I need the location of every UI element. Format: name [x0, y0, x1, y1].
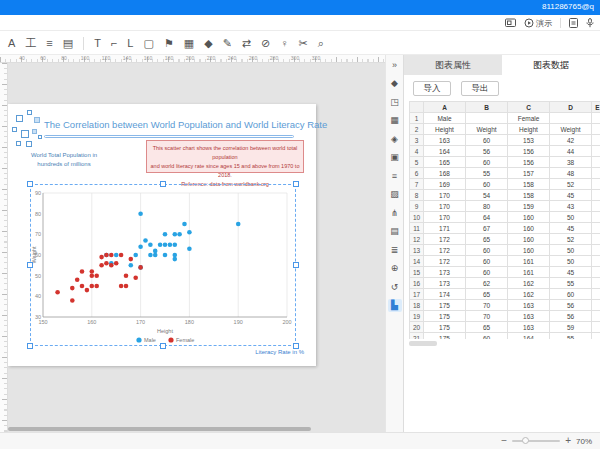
org-structure-icon[interactable]: ⋔: [388, 206, 402, 219]
cell[interactable]: 172: [424, 245, 466, 256]
format-painter-icon[interactable]: ♀: [280, 38, 288, 49]
cell[interactable]: [592, 278, 600, 289]
row-number[interactable]: 14: [410, 256, 424, 267]
scatter-chart-selection[interactable]: 15016017018019020030405060708090HeightWe…: [30, 184, 296, 346]
cell[interactable]: 153: [508, 135, 550, 146]
cell[interactable]: 56: [550, 311, 592, 322]
cell[interactable]: 169: [424, 179, 466, 190]
column-header[interactable]: A: [424, 102, 466, 113]
cell[interactable]: 55: [550, 278, 592, 289]
zoom-slider-thumb[interactable]: [522, 437, 529, 444]
cell[interactable]: 158: [508, 179, 550, 190]
cell[interactable]: [592, 223, 600, 234]
fill-style-icon[interactable]: ◆: [388, 77, 402, 90]
cell[interactable]: 173: [424, 267, 466, 278]
row-number[interactable]: 4: [410, 146, 424, 157]
cell[interactable]: 173: [424, 278, 466, 289]
cell[interactable]: 163: [508, 300, 550, 311]
cell[interactable]: 160: [508, 212, 550, 223]
cell[interactable]: Male: [424, 113, 466, 124]
symbol-library-icon[interactable]: ▦: [388, 114, 402, 127]
cell[interactable]: [592, 201, 600, 212]
canvas[interactable]: The Correlation between World Population…: [8, 63, 385, 432]
cell[interactable]: [592, 300, 600, 311]
cell[interactable]: 52: [550, 234, 592, 245]
chart-icon[interactable]: ▙: [388, 299, 402, 312]
text-box-icon[interactable]: T: [94, 38, 101, 49]
row-number[interactable]: 20: [410, 322, 424, 333]
cell[interactable]: 65: [466, 322, 508, 333]
square-shape[interactable]: [32, 129, 37, 134]
shape-icon[interactable]: ▢: [143, 38, 153, 49]
row-number[interactable]: 2: [410, 124, 424, 135]
cell[interactable]: 60: [466, 245, 508, 256]
cell[interactable]: [592, 168, 600, 179]
cell[interactable]: 55: [550, 333, 592, 340]
chart-title-shape[interactable]: The Correlation between World Population…: [44, 119, 306, 130]
cell[interactable]: 170: [424, 190, 466, 201]
cell[interactable]: Weight: [466, 124, 508, 135]
text-orientation-icon[interactable]: 工: [25, 38, 36, 49]
preview-window-icon[interactable]: [505, 18, 516, 28]
erase-icon[interactable]: ⊘: [261, 38, 270, 49]
cell[interactable]: 42: [550, 135, 592, 146]
scatter-chart[interactable]: 15016017018019020030405060708090HeightWe…: [31, 185, 295, 345]
row-number[interactable]: 6: [410, 168, 424, 179]
zoom-slider[interactable]: [512, 440, 560, 442]
resize-handle-mr[interactable]: [293, 262, 299, 268]
square-shape[interactable]: [34, 117, 40, 123]
annotation-box[interactable]: This scatter chart shows the correlation…: [146, 140, 304, 173]
table-horizontal-scrollbar[interactable]: [409, 341, 437, 346]
cell[interactable]: [466, 113, 508, 124]
snapshot-icon[interactable]: [569, 18, 578, 28]
cell[interactable]: 60: [550, 289, 592, 300]
pen-icon[interactable]: ✎: [223, 38, 232, 49]
cell[interactable]: 175: [424, 333, 466, 340]
cell[interactable]: 162: [508, 278, 550, 289]
cell[interactable]: 52: [550, 179, 592, 190]
line-style-icon[interactable]: ⇄: [242, 38, 251, 49]
picture-icon[interactable]: ▤: [63, 38, 73, 49]
square-shape[interactable]: [16, 141, 21, 146]
history-icon[interactable]: ↺: [388, 280, 402, 293]
cell[interactable]: [592, 179, 600, 190]
row-number[interactable]: 12: [410, 234, 424, 245]
slideshow-icon[interactable]: ▣: [388, 151, 402, 164]
row-number[interactable]: 16: [410, 278, 424, 289]
font-color-icon[interactable]: A: [8, 38, 15, 49]
cell[interactable]: 55: [466, 168, 508, 179]
cell[interactable]: 164: [424, 146, 466, 157]
cell[interactable]: 45: [550, 267, 592, 278]
cell[interactable]: Height: [508, 124, 550, 135]
cell[interactable]: [592, 322, 600, 333]
cell[interactable]: 170: [424, 212, 466, 223]
row-number[interactable]: 11: [410, 223, 424, 234]
row-number[interactable]: 18: [410, 300, 424, 311]
resize-handle-tm[interactable]: [160, 181, 166, 187]
image-icon[interactable]: ▨: [388, 188, 402, 201]
cell[interactable]: [592, 124, 600, 135]
resize-handle-bm[interactable]: [160, 343, 166, 349]
column-header[interactable]: E: [592, 102, 600, 113]
row-number[interactable]: 9: [410, 201, 424, 212]
cell[interactable]: 157: [508, 168, 550, 179]
replace-page-icon[interactable]: ◳: [388, 95, 402, 108]
notes-icon[interactable]: ▤: [388, 225, 402, 238]
row-number[interactable]: 1: [410, 113, 424, 124]
cell[interactable]: 48: [550, 168, 592, 179]
cell[interactable]: 80: [466, 201, 508, 212]
cell[interactable]: 45: [550, 223, 592, 234]
cell[interactable]: 70: [466, 300, 508, 311]
magnifier-icon[interactable]: ⌕: [318, 38, 324, 49]
square-shape[interactable]: [12, 127, 17, 132]
row-number[interactable]: 10: [410, 212, 424, 223]
cell[interactable]: 160: [508, 223, 550, 234]
cell[interactable]: 60: [466, 267, 508, 278]
square-shape[interactable]: [27, 110, 32, 115]
cell[interactable]: 165: [424, 157, 466, 168]
canvas-horizontal-scrollbar[interactable]: [8, 427, 311, 431]
cell[interactable]: [550, 113, 592, 124]
cell[interactable]: [592, 311, 600, 322]
cell[interactable]: 60: [466, 157, 508, 168]
row-number[interactable]: 21: [410, 333, 424, 340]
